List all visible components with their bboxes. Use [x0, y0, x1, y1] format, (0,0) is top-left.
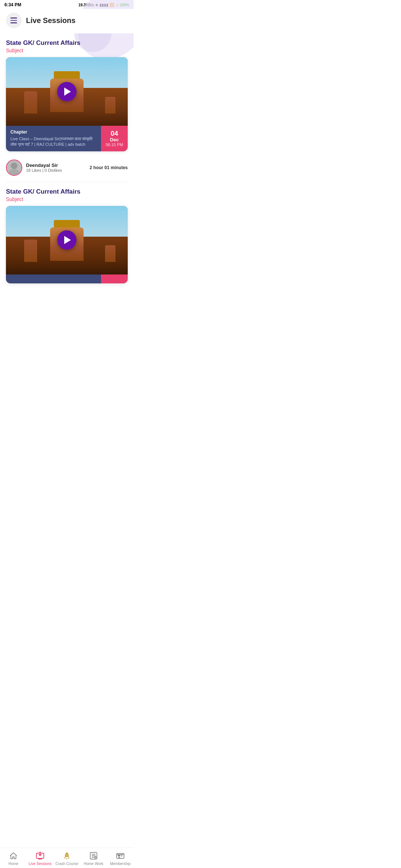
play-triangle-icon [64, 88, 71, 96]
instructor-row-1: Deendayal Sir 18 Likes | 0 Dislikes 2 ho… [6, 156, 128, 177]
avatar-person [7, 160, 22, 175]
status-bar: 6:34 PM 19.3KB/s ★ ▮▮▮▮ 📶 ⚡ 100% [0, 0, 134, 9]
header: Live Sessions [0, 9, 134, 33]
duration-1: 2 hour 01 minutes [89, 165, 128, 170]
menu-line-1 [10, 17, 17, 19]
video-thumbnail-2 [6, 206, 128, 274]
section-divider [6, 182, 128, 182]
rock-right-2 [105, 245, 115, 262]
info-main-1: Chapter Live Class – Deendayal Sir|राजस्… [6, 126, 101, 151]
status-icons: 19.3KB/s ★ ▮▮▮▮ 📶 ⚡ 100% [78, 3, 129, 7]
date-panel-1: 04 Dec 06:15 PM [101, 126, 128, 151]
rock-left [24, 91, 37, 114]
info-bar-2 [6, 274, 128, 283]
signal-bars: ▮▮▮▮ [100, 3, 108, 7]
video-card-1: Chapter Live Class – Deendayal Sir|राजस्… [6, 57, 128, 151]
date-panel-2 [101, 274, 128, 283]
status-time: 6:34 PM [4, 2, 21, 7]
section-2-title: State GK/ Current Affairs [6, 188, 128, 195]
date-day-1: 04 [111, 130, 118, 137]
menu-line-3 [10, 22, 17, 23]
section-1-subject: Subject [6, 47, 128, 53]
wifi-icon: 📶 [110, 3, 114, 7]
date-month-1: Dec [110, 137, 119, 142]
instructor-name-1: Deendayal Sir [26, 162, 89, 168]
play-triangle-icon-2 [64, 236, 71, 244]
network-speed: 19.3KB/s [78, 3, 94, 7]
menu-button[interactable] [6, 13, 22, 28]
instructor-likes-1: 18 Likes | 0 Dislikes [26, 168, 89, 172]
info-main-2 [6, 274, 101, 283]
section-2: State GK/ Current Affairs Subject [6, 188, 128, 283]
avatar-body [9, 169, 19, 175]
date-time-1: 06:15 PM [105, 142, 123, 147]
battery-indicator: ⚡ 100% [115, 3, 129, 7]
main-content: State GK/ Current Affairs Subject [0, 39, 134, 283]
section-1: State GK/ Current Affairs Subject [6, 39, 128, 177]
rock-right [105, 97, 115, 114]
info-bar-1: Chapter Live Class – Deendayal Sir|राजस्… [6, 126, 128, 151]
chapter-label-1: Chapter [10, 129, 97, 135]
video-card-2 [6, 206, 128, 283]
instructor-info-1: Deendayal Sir 18 Likes | 0 Dislikes [26, 162, 89, 172]
section-1-title: State GK/ Current Affairs [6, 39, 128, 47]
avatar-head [11, 162, 17, 169]
rock-left-2 [24, 240, 37, 262]
class-description-1: Live Class – Deendayal Sir|राजस्थान कला … [10, 136, 97, 148]
dislikes-count-1: 0 Dislikes [45, 168, 62, 172]
play-button-1[interactable] [57, 82, 76, 101]
play-button-2[interactable] [57, 230, 76, 250]
page-title: Live Sessions [26, 16, 75, 25]
likes-count-1: 18 Likes [26, 168, 41, 172]
bluetooth-icon: ★ [95, 3, 98, 7]
avatar-1 [6, 160, 22, 176]
video-thumbnail-1 [6, 57, 128, 126]
section-2-subject: Subject [6, 196, 128, 202]
menu-line-2 [10, 20, 17, 21]
